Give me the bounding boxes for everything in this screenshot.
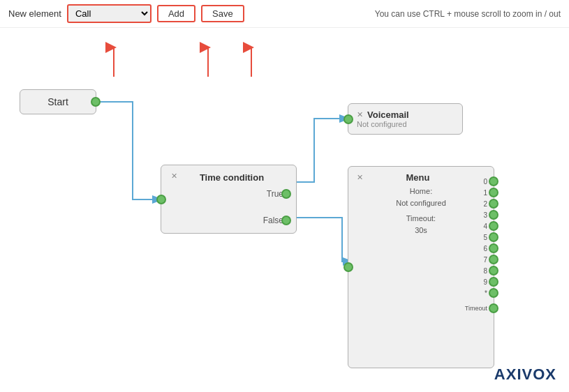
menu-port-3: 3 xyxy=(465,210,498,220)
time-input-port[interactable] xyxy=(156,195,166,204)
menu-port-dot-6[interactable] xyxy=(489,243,498,253)
menu-port-dot-timeout[interactable] xyxy=(489,303,498,313)
menu-port-0: 0 xyxy=(465,176,498,186)
voicemail-input-port[interactable] xyxy=(343,114,353,124)
menu-port-4: 4 xyxy=(465,221,498,231)
menu-port-dot-1[interactable] xyxy=(489,188,498,197)
voicemail-title: Voicemail xyxy=(367,110,409,120)
menu-port-6: 6 xyxy=(465,243,498,253)
menu-port-dot-2[interactable] xyxy=(489,199,498,209)
new-element-label: New element xyxy=(8,8,61,19)
menu-port-dot-0[interactable] xyxy=(489,176,498,186)
menu-input-port[interactable] xyxy=(343,262,353,272)
voicemail-subtitle: Not configured xyxy=(357,120,454,128)
menu-port-dot-9[interactable] xyxy=(489,277,498,287)
menu-port-dot-star[interactable] xyxy=(489,288,498,298)
time-false-port[interactable] xyxy=(281,216,291,225)
start-label: Start xyxy=(47,96,68,107)
add-button[interactable]: Add xyxy=(157,5,195,22)
element-select[interactable]: CallVoicemailMenuTime conditionIVR xyxy=(67,4,152,23)
menu-port-1: 1 xyxy=(465,188,498,197)
voicemail-node[interactable]: ✕ Voicemail Not configured xyxy=(348,103,463,135)
save-button[interactable]: Save xyxy=(201,5,244,22)
menu-port-dot-8[interactable] xyxy=(489,266,498,276)
menu-port-8: 8 xyxy=(465,266,498,276)
menu-port-dot-4[interactable] xyxy=(489,221,498,231)
toolbar: New element CallVoicemailMenuTime condit… xyxy=(0,0,569,28)
voicemail-close-icon[interactable]: ✕ xyxy=(357,111,363,119)
menu-node[interactable]: ✕ Menu Home: Not configured Timeout: 30s… xyxy=(348,166,494,368)
menu-port-7: 7 xyxy=(465,255,498,264)
menu-port-dot-7[interactable] xyxy=(489,255,498,264)
menu-title: Menu xyxy=(366,172,470,183)
axivox-logo: AXIVOX xyxy=(494,365,556,384)
menu-output-ports: 0 1 2 3 4 5 6 xyxy=(465,167,498,313)
zoom-hint: You can use CTRL + mouse scroll to zoom … xyxy=(375,9,561,19)
false-label: False xyxy=(263,216,283,225)
menu-port-9: 9 xyxy=(465,277,498,287)
canvas: Start ✕ Time condition True False ✕ Voic… xyxy=(0,28,569,389)
menu-port-5: 5 xyxy=(465,232,498,242)
menu-port-timeout: Timeout xyxy=(465,303,498,313)
time-title: Time condition xyxy=(177,172,286,183)
menu-port-dot-3[interactable] xyxy=(489,210,498,220)
menu-close-icon[interactable]: ✕ xyxy=(357,174,363,181)
menu-port-2: 2 xyxy=(465,199,498,209)
start-output-port[interactable] xyxy=(91,97,101,107)
menu-port-star: * xyxy=(465,288,498,298)
time-condition-node[interactable]: ✕ Time condition True False xyxy=(161,165,297,234)
time-close-icon[interactable]: ✕ xyxy=(171,172,177,180)
menu-port-dot-5[interactable] xyxy=(489,232,498,242)
time-true-port[interactable] xyxy=(281,189,291,199)
start-node[interactable]: Start xyxy=(20,89,96,114)
